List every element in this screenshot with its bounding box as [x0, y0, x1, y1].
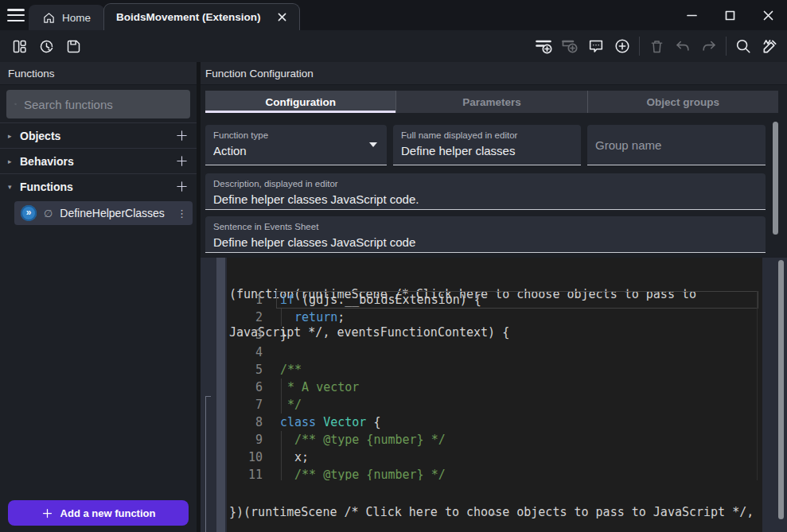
- line-number: 8: [227, 414, 263, 431]
- tree-section-label: Behaviors: [20, 155, 175, 168]
- events-code-section: (function(runtimeScene /* Click here to …: [201, 258, 787, 532]
- tree-section-label: Functions: [20, 181, 175, 193]
- minimize-icon[interactable]: [672, 0, 711, 30]
- add-function-plus-icon[interactable]: [175, 180, 189, 193]
- code-text: class Vector {: [263, 414, 380, 431]
- code-text: }: [263, 326, 287, 344]
- full-name-field[interactable]: Full name displayed in editor Define hel…: [393, 125, 581, 165]
- sentence-label: Sentence in Events Sheet: [213, 222, 758, 231]
- function-type-select[interactable]: Function type Action: [205, 125, 387, 165]
- tab-label: Parameters: [462, 96, 521, 108]
- editor-scrollbar[interactable]: [778, 260, 784, 519]
- main-panel-header: Function Configuration: [201, 62, 787, 85]
- indent-guide: [281, 379, 282, 396]
- plus-icon: [41, 507, 53, 519]
- edit-code-icon[interactable]: [760, 37, 779, 56]
- code-text: /**: [263, 361, 302, 379]
- comment-icon[interactable]: [586, 37, 606, 56]
- undo-icon[interactable]: [673, 37, 692, 56]
- code-footer[interactable]: })(runtimeScene /* Click here to choose …: [229, 480, 754, 532]
- code-text: /** @type {number} */: [263, 431, 446, 449]
- tab-parameters[interactable]: Parameters: [395, 91, 586, 113]
- expand-caret-icon[interactable]: ^: [481, 511, 505, 522]
- tab-boidsmovement[interactable]: BoidsMovement (Extension): [103, 3, 300, 30]
- functions-tree: ▸ Objects ▸ Behaviors ▾ Functions » ∅ De…: [0, 122, 197, 225]
- description-field[interactable]: Description, displayed in editor Define …: [205, 173, 766, 210]
- code-line[interactable]: 4: [227, 344, 762, 361]
- line-number: 4: [227, 344, 263, 361]
- code-line[interactable]: 11 /** @type {number} */: [227, 466, 762, 480]
- code-line[interactable]: 2 return;: [227, 309, 762, 326]
- sentence-field[interactable]: Sentence in Events Sheet Define helper c…: [205, 216, 766, 253]
- save-icon[interactable]: [64, 37, 83, 56]
- active-tab-label: BoidsMovement (Extension): [116, 11, 261, 23]
- add-subevent-icon[interactable]: [560, 37, 579, 56]
- redo-icon[interactable]: [699, 37, 719, 56]
- code-text: x;: [263, 449, 309, 466]
- code-line[interactable]: 8class Vector {: [227, 414, 762, 431]
- tree-item-definehelperclasses[interactable]: » ∅ DefineHelperClasses ⋮: [14, 201, 193, 225]
- search-icon[interactable]: [734, 37, 753, 56]
- event-indent-line: [205, 396, 211, 397]
- sentence-value: Define helper classes JavaScript code: [213, 235, 758, 249]
- maximize-icon[interactable]: [711, 0, 749, 30]
- sidebar-item-functions[interactable]: ▾ Functions: [0, 173, 197, 199]
- magnifier-icon: [14, 97, 17, 111]
- window-controls: [672, 0, 787, 30]
- event-indent-line: [205, 396, 206, 532]
- tab-configuration[interactable]: Configuration: [205, 91, 395, 113]
- current-line-highlight: [276, 291, 758, 309]
- add-behavior-plus-icon[interactable]: [175, 154, 189, 168]
- panels-icon[interactable]: [10, 37, 29, 56]
- line-number: 9: [227, 431, 263, 449]
- line-number: 7: [227, 396, 263, 414]
- javascript-code-editor[interactable]: (function(runtimeScene /* Click here to …: [227, 258, 762, 532]
- code-text: return;: [263, 309, 345, 326]
- close-tab-icon[interactable]: [275, 11, 288, 24]
- code-line[interactable]: 5/**: [227, 361, 762, 379]
- expanded-arrow-icon: ▾: [8, 183, 19, 191]
- toolbar-divider: [726, 37, 727, 56]
- hamburger-menu-icon[interactable]: [7, 9, 25, 21]
- group-name-field[interactable]: [587, 125, 766, 165]
- search-functions-box[interactable]: [6, 90, 190, 118]
- function-type-label: Function type: [213, 130, 379, 140]
- code-viewport[interactable]: 1if (gdjs.__boidsExtension) {2 return;3}…: [227, 291, 762, 480]
- toolbar-divider: [639, 37, 640, 56]
- code-line[interactable]: 7 */: [227, 396, 762, 414]
- code-line[interactable]: 1if (gdjs.__boidsExtension) {: [227, 291, 762, 309]
- line-number: 6: [227, 379, 263, 396]
- search-functions-input[interactable]: [24, 98, 182, 111]
- code-line[interactable]: 6 * A vector: [227, 379, 762, 396]
- tab-label: Configuration: [265, 96, 335, 108]
- sidebar-header-label: Functions: [8, 68, 55, 80]
- line-number: 2: [227, 309, 263, 326]
- history-icon[interactable]: [37, 37, 56, 56]
- trash-icon[interactable]: [647, 37, 666, 56]
- config-scrollbar[interactable]: [773, 122, 778, 235]
- tab-home[interactable]: Home: [29, 5, 104, 30]
- group-name-input[interactable]: [595, 125, 758, 165]
- code-line[interactable]: 9 /** @type {number} */: [227, 431, 762, 449]
- close-window-icon[interactable]: [749, 0, 787, 30]
- line-number: 10: [227, 449, 263, 466]
- code-line[interactable]: 10 x;: [227, 449, 762, 466]
- sidebar-item-behaviors[interactable]: ▸ Behaviors: [0, 148, 197, 173]
- add-event-icon[interactable]: [534, 37, 553, 56]
- chevron-down-icon: [369, 142, 377, 147]
- line-number: 3: [227, 326, 263, 344]
- tab-object-groups[interactable]: Object groups: [587, 91, 778, 113]
- column-ruler: [757, 291, 758, 480]
- main-panel-title: Function Configuration: [205, 68, 314, 80]
- code-text: /** @type {number} */: [263, 466, 446, 480]
- add-object-plus-icon[interactable]: [175, 129, 189, 142]
- sidebar-item-objects[interactable]: ▸ Objects: [0, 122, 197, 148]
- line-number: 11: [227, 466, 263, 480]
- code-line[interactable]: 3}: [227, 326, 762, 344]
- event-drag-handle[interactable]: [216, 258, 225, 532]
- add-new-function-button[interactable]: Add a new function: [8, 500, 189, 526]
- description-value: Define helper classes JavaScript code.: [213, 192, 758, 206]
- kebab-menu-icon[interactable]: ⋮: [177, 208, 186, 219]
- function-icon: »: [21, 205, 37, 221]
- add-circle-icon[interactable]: [613, 37, 632, 56]
